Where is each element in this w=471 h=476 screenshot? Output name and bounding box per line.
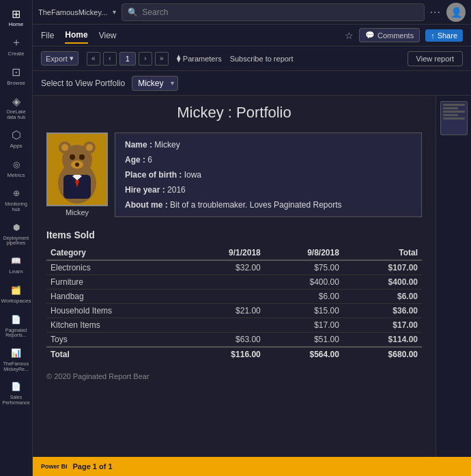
content-wrapper: Mickey : Portfolio <box>33 96 471 457</box>
profile-info-box: Name : Mickey Age : 6 Place of birth : I… <box>115 132 422 217</box>
statusbar: Power BI Page 1 of 1 <box>33 457 471 476</box>
cell-date1 <box>186 318 265 333</box>
powerbi-label: Power BI <box>41 463 68 470</box>
cell-date1: $32.00 <box>186 260 265 275</box>
nav-next-button[interactable]: › <box>139 52 152 66</box>
apps-icon: ⬡ <box>10 128 23 142</box>
create-icon: ＋ <box>10 36 23 50</box>
sidebar-item-workspaces[interactable]: 🗂️ Workspaces <box>1 279 31 309</box>
report-thumbnail[interactable] <box>440 101 468 135</box>
portfolio-select[interactable]: Mickey <box>132 76 178 91</box>
nav-prev-button[interactable]: ‹ <box>103 52 117 66</box>
user-avatar[interactable]: 👤 <box>446 3 466 22</box>
sidebar-item-onelake[interactable]: ◈ OneLake data hub <box>1 90 31 124</box>
page-nav-controls: « ‹ › » <box>87 52 169 66</box>
famousmickey-icon: 📊 <box>10 346 23 360</box>
nav-first-button[interactable]: « <box>87 52 100 66</box>
cell-category: Furniture <box>46 275 186 290</box>
sidebar-item-home[interactable]: ⊞ Home <box>1 3 31 32</box>
sidebar-item-learn[interactable]: 📖 Learn <box>1 250 31 279</box>
filter-icon: ⧫ <box>177 54 180 63</box>
comments-button[interactable]: 💬 Comments <box>359 28 420 42</box>
menu-file[interactable]: File <box>41 28 54 43</box>
topbar-more-icon[interactable]: ··· <box>430 6 441 18</box>
profile-name-line: Name : Mickey <box>125 140 412 150</box>
parameters-button[interactable]: ⧫ Parameters <box>177 54 222 63</box>
cell-category: Toys <box>46 333 186 348</box>
export-button[interactable]: Export ▾ <box>41 51 78 66</box>
profile-image-wrapper: Mickey <box>46 132 108 217</box>
sidebar-label-monitoring: Monitoring hub <box>3 201 30 212</box>
report-content: Mickey : Portfolio <box>33 96 436 457</box>
share-button[interactable]: ↑ Share <box>425 29 463 42</box>
menu-home[interactable]: Home <box>65 27 87 44</box>
sidebar-item-apps[interactable]: ⬡ Apps <box>1 124 31 154</box>
svg-point-6 <box>70 154 75 160</box>
sidebar-label-sales: Sales Performance <box>2 395 29 405</box>
profile-hireyear-line: Hire year : 2016 <box>125 185 412 195</box>
profile-age-line: Age : 6 <box>125 155 412 165</box>
table-row: Electronics $32.00 $75.00 $107.00 <box>46 260 422 275</box>
page-number-input[interactable] <box>119 52 136 66</box>
cell-grand-date2: $564.00 <box>265 347 343 361</box>
subscribe-button[interactable]: Subscribe to report <box>230 55 294 63</box>
profile-caption: Mickey <box>66 208 89 216</box>
items-sold-title: Items Sold <box>46 229 422 240</box>
svg-point-7 <box>79 154 85 160</box>
col-header-total: Total <box>343 246 422 260</box>
search-icon: 🔍 <box>128 8 138 17</box>
cell-date2: $17.00 <box>265 318 343 333</box>
cell-date2: $400.00 <box>265 275 343 290</box>
sidebar-label-browse: Browse <box>7 81 25 87</box>
profile-about-line: About me : Bit of a troublemaker. Loves … <box>125 200 412 210</box>
cell-grand-total: $680.00 <box>343 347 422 361</box>
favorite-star-icon[interactable]: ☆ <box>345 30 354 41</box>
col-header-category: Category <box>46 246 186 260</box>
search-placeholder: Search <box>142 8 168 17</box>
table-row: Handbag $6.00 $6.00 <box>46 290 422 304</box>
menu-view[interactable]: View <box>99 28 117 43</box>
view-report-button[interactable]: View report <box>408 51 463 66</box>
toolbar: Export ▾ « ‹ › » ⧫ Parameters Subscribe … <box>33 46 471 71</box>
cell-category: Kitchen Items <box>46 318 186 333</box>
sidebar-item-browse[interactable]: ⊡ Browse <box>1 61 31 91</box>
sidebar-label-create: Create <box>8 51 24 57</box>
deployment-icon: ⬢ <box>10 221 23 234</box>
table-row: Furniture $400.00 $400.00 <box>46 275 422 290</box>
sidebar-item-metrics[interactable]: ◎ Metrics <box>1 154 31 183</box>
learn-icon: 📖 <box>10 254 23 268</box>
col-header-date2: 9/8/2018 <box>265 246 343 260</box>
topbar-actions: ··· 👤 <box>430 3 466 22</box>
workspaces-icon: 🗂️ <box>10 283 23 297</box>
sidebar-label-onelake: OneLake data hub <box>3 109 30 120</box>
nav-last-button[interactable]: » <box>155 52 169 66</box>
topbar: TheFamousMickey... ▾ 🔍 Search ··· 👤 <box>33 0 471 25</box>
cell-date2: $6.00 <box>265 290 343 304</box>
table-row: Household Items $21.00 $15.00 $36.00 <box>46 304 422 318</box>
home-icon: ⊞ <box>10 7 23 20</box>
sidebar-item-paginated[interactable]: 📄 Paginated Reports... <box>1 309 31 342</box>
sidebar-item-deployment[interactable]: ⬢ Deployment pipelines <box>1 216 31 250</box>
sidebar-label-famousmickey: TheFamous MickeyRe... <box>3 361 30 372</box>
cell-total-label: Total <box>46 347 186 361</box>
appname-chevron-icon: ▾ <box>113 8 116 16</box>
onelake-icon: ◈ <box>10 94 23 108</box>
table-total-row: Total $116.00 $564.00 $680.00 <box>46 347 422 361</box>
cell-category: Handbag <box>46 290 186 304</box>
profile-image <box>46 132 108 206</box>
sidebar-item-sales[interactable]: 📄 Sales Performance <box>1 376 31 409</box>
sidebar-item-famousmickey[interactable]: 📊 TheFamous MickeyRe... <box>1 342 31 376</box>
left-sidebar: ⊞ Home ＋ Create ⊡ Browse ◈ OneLake data … <box>0 0 33 476</box>
svg-point-5 <box>86 144 93 151</box>
sidebar-item-monitoring[interactable]: ⊕ Monitoring hub <box>1 182 31 216</box>
portfolio-select-wrapper[interactable]: Mickey <box>132 76 178 91</box>
cell-date2: $51.00 <box>265 333 343 348</box>
search-bar[interactable]: 🔍 Search <box>122 3 424 21</box>
report-page-sidebar <box>436 96 471 457</box>
cell-date2: $15.00 <box>265 304 343 318</box>
main-content: TheFamousMickey... ▾ 🔍 Search ··· 👤 File… <box>33 0 471 476</box>
cell-date1: $21.00 <box>186 304 265 318</box>
sidebar-item-create[interactable]: ＋ Create <box>1 32 31 61</box>
metrics-icon: ◎ <box>10 158 23 171</box>
comments-icon: 💬 <box>365 31 375 40</box>
